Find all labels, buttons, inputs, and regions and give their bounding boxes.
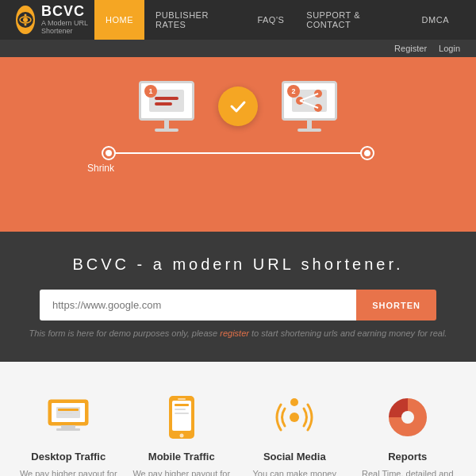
features-section: Desktop Traffic We pay higher payout for… <box>0 362 476 476</box>
brand-sub: A Modern URL Shortener <box>41 20 94 36</box>
form-note-register[interactable]: register <box>220 328 249 338</box>
form-note-text: This form is here for demo purposes only… <box>29 328 218 338</box>
shrink-label: Shrink <box>87 163 114 174</box>
monitor-2: 2 <box>282 81 337 132</box>
svg-point-27 <box>401 411 414 424</box>
tagline-section: BCVC - a modern URL shortener. SHORTEN T… <box>0 232 476 362</box>
timeline-dot-left <box>103 148 114 159</box>
feature-desktop-desc: We pay higher payout for all your deskto… <box>17 467 120 476</box>
svg-rect-22 <box>175 409 186 410</box>
social-icon <box>271 393 318 441</box>
hero-section: 1 2 <box>0 57 476 232</box>
svg-point-24 <box>290 413 299 422</box>
form-note-suffix: to start shortening urls and earning mon… <box>251 328 447 338</box>
top-bar: Register Login <box>0 40 476 57</box>
login-link[interactable]: Login <box>439 44 460 53</box>
hero-illustration: 1 2 <box>79 81 397 132</box>
brand: BCVC A Modern URL Shortener <box>16 4 94 36</box>
register-link[interactable]: Register <box>394 44 427 53</box>
url-form: SHORTEN <box>40 290 436 321</box>
svg-point-19 <box>179 434 183 438</box>
nav-links: HOME PUBLISHER RATES FAQ'S SUPPORT & CON… <box>94 0 460 40</box>
feature-social-desc: You can make money through social media … <box>243 467 346 476</box>
mobile-icon <box>158 393 205 441</box>
shorten-button[interactable]: SHORTEN <box>356 290 436 321</box>
feature-reports-title: Reports <box>388 451 427 463</box>
svg-rect-16 <box>56 428 80 431</box>
feature-mobile-title: Mobile Traffic <box>148 451 215 463</box>
svg-rect-13 <box>58 409 79 411</box>
navbar: BCVC A Modern URL Shortener HOME PUBLISH… <box>0 0 476 40</box>
svg-rect-20 <box>178 398 186 400</box>
svg-rect-15 <box>61 425 75 428</box>
svg-rect-23 <box>175 413 189 414</box>
svg-line-8 <box>300 94 318 101</box>
nav-home[interactable]: HOME <box>94 0 144 40</box>
svg-rect-14 <box>58 413 72 414</box>
timeline-line <box>114 152 362 154</box>
feature-desktop-title: Desktop Traffic <box>31 451 106 463</box>
feature-social: Social Media You can make money through … <box>243 393 346 476</box>
desktop-icon <box>44 393 92 441</box>
feature-mobile-desc: We pay higher payout for all your mobile… <box>130 467 233 476</box>
svg-point-4 <box>24 23 26 25</box>
logo-icon <box>16 6 35 34</box>
brand-name: BCVC <box>41 4 94 20</box>
monitor-1: 1 <box>139 81 194 132</box>
nav-support[interactable]: SUPPORT & CONTACT <box>295 0 410 40</box>
svg-point-3 <box>24 13 26 16</box>
form-note: This form is here for demo purposes only… <box>16 328 460 338</box>
hero-timeline <box>103 148 373 159</box>
svg-point-2 <box>23 17 28 22</box>
feature-mobile: Mobile Traffic We pay higher payout for … <box>130 393 233 476</box>
reports-icon <box>384 393 432 441</box>
nav-faq[interactable]: FAQ'S <box>246 0 295 40</box>
svg-rect-21 <box>175 404 189 406</box>
nav-dmca[interactable]: DMCA <box>411 0 460 40</box>
url-input[interactable] <box>40 290 356 321</box>
feature-reports: Reports Real Time, detailed and accurate… <box>356 393 459 476</box>
feature-social-title: Social Media <box>263 451 326 463</box>
svg-line-9 <box>300 101 318 108</box>
svg-point-25 <box>290 398 298 406</box>
nav-publisher-rates[interactable]: PUBLISHER RATES <box>144 0 246 40</box>
feature-desktop: Desktop Traffic We pay higher payout for… <box>17 393 120 476</box>
feature-reports-desc: Real Time, detailed and accurate. <box>356 467 459 476</box>
tagline-title: BCVC - a modern URL shortener. <box>16 255 460 274</box>
check-icon <box>218 86 258 126</box>
timeline-dot-right <box>362 148 373 159</box>
